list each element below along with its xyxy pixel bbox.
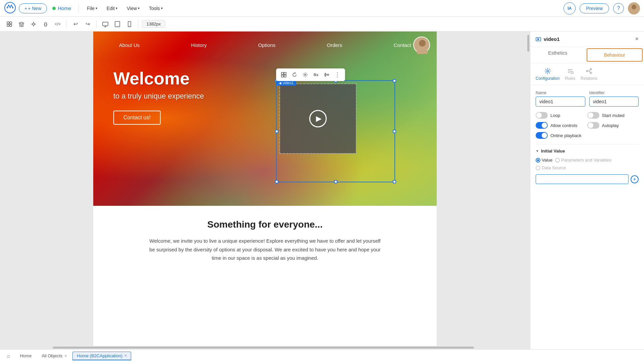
undo-button[interactable]: ↩ [70, 19, 81, 29]
svg-point-34 [590, 68, 591, 70]
pages-tool[interactable] [4, 19, 15, 29]
tablet-view[interactable] [112, 19, 123, 29]
value-input-row: + [536, 174, 639, 184]
components-tool[interactable] [28, 19, 39, 29]
float-tool-settings[interactable] [301, 70, 310, 79]
float-tool-rx[interactable]: Rx [311, 70, 321, 79]
subtab-relations[interactable]: Relations [581, 67, 597, 81]
mobile-view[interactable] [124, 19, 135, 29]
svg-point-4 [630, 10, 638, 14]
online-playback-label: Online playback [550, 133, 639, 138]
bottom-tab-b2c[interactable]: Home (B2CApplication) × [72, 352, 131, 360]
redo-icon: ↪ [86, 21, 90, 27]
desktop-view[interactable] [100, 19, 111, 29]
svg-rect-7 [7, 24, 9, 26]
hero-cta-button[interactable]: Contact us! [113, 111, 161, 125]
hero-title: Welcome [113, 68, 254, 88]
autoplay-toggle[interactable] [587, 122, 599, 129]
chevron-down-icon: ▼ [536, 149, 539, 153]
separator [78, 4, 79, 12]
bottom-tab-all-objects[interactable]: All Objects × [37, 352, 71, 360]
logo[interactable] [4, 2, 16, 15]
svg-rect-26 [284, 75, 286, 77]
home-nav-item[interactable]: Home [50, 5, 74, 11]
svg-point-22 [417, 49, 428, 54]
bottom-tab-home[interactable]: Home [15, 352, 36, 360]
radio-value[interactable]: Value [536, 158, 552, 163]
svg-rect-23 [281, 72, 283, 74]
ia-button[interactable]: IA [564, 2, 576, 14]
help-button[interactable]: ? [613, 3, 624, 14]
online-playback-toggle[interactable] [536, 132, 548, 139]
all-objects-close-icon[interactable]: × [64, 354, 67, 358]
top-bar: + + New Home File ▾ Edit ▾ View ▾ Tools … [0, 0, 644, 17]
nav-options[interactable]: Options [258, 42, 276, 48]
name-field-group: Name [536, 90, 585, 107]
tab-behaviour[interactable]: Behaviour [587, 48, 643, 62]
horizontal-scrollbar[interactable] [0, 346, 527, 349]
layers-tool[interactable] [16, 19, 27, 29]
initial-value-radio-group: Value Parameters and Variables Data Sour… [536, 158, 639, 170]
new-button[interactable]: + + New [19, 3, 47, 13]
float-tool-rotate[interactable] [290, 70, 299, 79]
radio-params[interactable]: Parameters and Variables [555, 158, 611, 163]
start-muted-toggle[interactable] [587, 112, 599, 119]
float-tool-more[interactable]: ⋮ [333, 70, 342, 79]
subtab-configuration[interactable]: Configuration [536, 67, 559, 81]
user-avatar[interactable] [628, 2, 640, 14]
plus-icon: + [633, 176, 636, 182]
sub-tabs: Configuration Rules Relations [530, 63, 644, 85]
code-tool[interactable]: </> [52, 19, 63, 29]
value-input[interactable] [536, 174, 629, 184]
play-button[interactable]: ▶ [309, 110, 327, 127]
canvas-scroll[interactable]: About Us History Options Orders Contact … [0, 32, 530, 349]
undo-icon: ↩ [73, 21, 78, 27]
content-title: Something for everyone... [113, 219, 417, 230]
video-icon [536, 37, 541, 42]
b2c-close-icon[interactable]: × [124, 353, 127, 358]
play-icon: ▶ [316, 114, 322, 123]
svg-point-9 [33, 23, 35, 25]
tools-menu[interactable]: Tools ▾ [146, 4, 166, 12]
nav-about[interactable]: About Us [119, 42, 140, 48]
main-area: About Us History Options Orders Contact … [0, 32, 644, 349]
subtab-rules[interactable]: Rules [565, 67, 575, 81]
autoplay-label: Autoplay [602, 123, 639, 128]
name-input[interactable] [536, 97, 585, 107]
start-muted-label: Start muted [602, 113, 639, 118]
initial-value-section[interactable]: ▼ Initial Value [536, 148, 639, 154]
float-tool-connect[interactable] [322, 70, 331, 79]
edit-menu[interactable]: Edit ▾ [103, 4, 121, 12]
video-element[interactable]: ▶ [279, 83, 357, 154]
loop-label: Loop [550, 113, 587, 118]
allow-controls-toggle[interactable] [536, 122, 548, 129]
loop-toggle-row: Loop [536, 112, 587, 119]
radio-datasource[interactable]: Data Source [536, 165, 566, 170]
toolbar: {} </> ↩ ↪ 1382px [0, 17, 644, 32]
chevron-left-icon: ◀ [279, 81, 281, 85]
svg-point-27 [305, 74, 306, 75]
canvas-area: About Us History Options Orders Contact … [0, 32, 530, 349]
redo-button[interactable]: ↪ [82, 19, 93, 29]
identifier-input[interactable] [589, 97, 639, 107]
nav-contact[interactable]: Contact [394, 42, 411, 48]
nav-orders[interactable]: Orders [327, 42, 342, 48]
file-menu[interactable]: File ▾ [84, 4, 101, 12]
content-text: Welcome, we invite you to live a unique … [148, 237, 382, 262]
nav-history[interactable]: History [191, 42, 207, 48]
css-tool[interactable]: {} [40, 19, 51, 29]
nav-user-avatar[interactable] [413, 37, 430, 53]
panel-close-button[interactable]: × [635, 36, 639, 43]
tab-esthetics[interactable]: Esthetics [530, 47, 585, 63]
preview-button[interactable]: Preview [580, 3, 609, 13]
loop-toggle[interactable] [536, 112, 548, 119]
hero-subtitle: to a truly unique experience [113, 92, 254, 101]
bottom-tab-home-icon[interactable]: ⌂ [3, 352, 14, 360]
bottom-bar: ⌂ Home All Objects × Home (B2CApplicatio… [0, 349, 644, 362]
panel-content: Name Identifier Loop [530, 85, 644, 349]
vertical-scrollbar[interactable] [527, 32, 530, 337]
view-menu[interactable]: View ▾ [123, 4, 143, 12]
float-tool-layout[interactable] [279, 70, 288, 79]
add-value-button[interactable]: + [631, 175, 639, 183]
svg-rect-24 [284, 72, 286, 74]
